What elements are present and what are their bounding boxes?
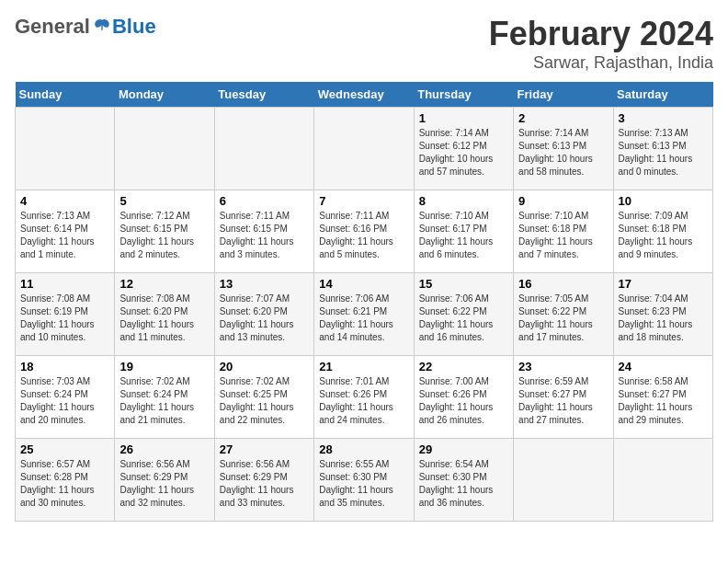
- day-number: 27: [220, 442, 309, 456]
- day-header-tuesday: Tuesday: [214, 82, 313, 108]
- calendar-cell: 27Sunrise: 6:56 AM Sunset: 6:29 PM Dayli…: [214, 439, 313, 522]
- calendar-cell: 28Sunrise: 6:55 AM Sunset: 6:30 PM Dayli…: [314, 439, 414, 522]
- calendar-cell: 5Sunrise: 7:12 AM Sunset: 6:15 PM Daylig…: [115, 190, 214, 273]
- calendar-cell: 29Sunrise: 6:54 AM Sunset: 6:30 PM Dayli…: [414, 439, 513, 522]
- calendar-cell: 25Sunrise: 6:57 AM Sunset: 6:28 PM Dayli…: [16, 439, 115, 522]
- day-info: Sunrise: 7:02 AM Sunset: 6:24 PM Dayligh…: [119, 375, 209, 427]
- day-number: 19: [119, 360, 209, 373]
- day-info: Sunrise: 7:04 AM Sunset: 6:23 PM Dayligh…: [619, 293, 708, 344]
- day-info: Sunrise: 7:06 AM Sunset: 6:21 PM Dayligh…: [319, 293, 408, 344]
- day-number: 6: [220, 194, 309, 208]
- calendar-cell: 16Sunrise: 7:05 AM Sunset: 6:22 PM Dayli…: [514, 273, 613, 356]
- calendar-cell: 18Sunrise: 7:03 AM Sunset: 6:24 PM Dayli…: [16, 356, 115, 439]
- day-info: Sunrise: 7:11 AM Sunset: 6:15 PM Dayligh…: [220, 210, 309, 261]
- calendar-cell: [115, 108, 214, 190]
- calendar-cell: 15Sunrise: 7:06 AM Sunset: 6:22 PM Dayli…: [414, 273, 513, 356]
- day-info: Sunrise: 6:54 AM Sunset: 6:30 PM Dayligh…: [419, 458, 508, 510]
- calendar-cell: 19Sunrise: 7:02 AM Sunset: 6:24 PM Dayli…: [115, 356, 214, 439]
- day-info: Sunrise: 6:55 AM Sunset: 6:30 PM Dayligh…: [319, 458, 408, 510]
- day-header-wednesday: Wednesday: [314, 82, 414, 108]
- day-info: Sunrise: 7:02 AM Sunset: 6:25 PM Dayligh…: [220, 375, 309, 427]
- day-number: 2: [518, 111, 608, 125]
- day-number: 22: [419, 360, 508, 373]
- calendar-table: SundayMondayTuesdayWednesdayThursdayFrid…: [15, 82, 713, 522]
- day-number: 9: [518, 194, 608, 208]
- day-info: Sunrise: 7:14 AM Sunset: 6:12 PM Dayligh…: [419, 127, 508, 178]
- calendar-cell: 24Sunrise: 6:58 AM Sunset: 6:27 PM Dayli…: [613, 356, 712, 439]
- calendar-cell: 7Sunrise: 7:11 AM Sunset: 6:16 PM Daylig…: [314, 190, 414, 273]
- calendar-cell: 14Sunrise: 7:06 AM Sunset: 6:21 PM Dayli…: [314, 273, 414, 356]
- day-info: Sunrise: 6:57 AM Sunset: 6:28 PM Dayligh…: [20, 458, 109, 510]
- calendar-cell: 20Sunrise: 7:02 AM Sunset: 6:25 PM Dayli…: [214, 356, 313, 439]
- week-row-4: 18Sunrise: 7:03 AM Sunset: 6:24 PM Dayli…: [16, 356, 713, 439]
- calendar-cell: 21Sunrise: 7:01 AM Sunset: 6:26 PM Dayli…: [314, 356, 414, 439]
- calendar-cell: 2Sunrise: 7:14 AM Sunset: 6:13 PM Daylig…: [514, 108, 613, 190]
- day-info: Sunrise: 6:56 AM Sunset: 6:29 PM Dayligh…: [119, 458, 209, 510]
- day-info: Sunrise: 7:00 AM Sunset: 6:26 PM Dayligh…: [419, 375, 508, 427]
- logo: General Blue: [15, 15, 156, 39]
- page-header: General Blue February 2024 Sarwar, Rajas…: [15, 15, 713, 73]
- calendar-cell: 17Sunrise: 7:04 AM Sunset: 6:23 PM Dayli…: [613, 273, 712, 356]
- subtitle: Sarwar, Rajasthan, India: [489, 53, 713, 73]
- calendar-cell: 8Sunrise: 7:10 AM Sunset: 6:17 PM Daylig…: [414, 190, 513, 273]
- day-number: 8: [419, 194, 508, 208]
- calendar-cell: 26Sunrise: 6:56 AM Sunset: 6:29 PM Dayli…: [115, 439, 214, 522]
- day-info: Sunrise: 6:56 AM Sunset: 6:29 PM Dayligh…: [220, 458, 309, 510]
- day-header-monday: Monday: [115, 82, 214, 108]
- day-number: 13: [220, 277, 309, 291]
- day-number: 18: [20, 360, 109, 373]
- day-number: 10: [619, 194, 708, 208]
- day-info: Sunrise: 7:08 AM Sunset: 6:20 PM Dayligh…: [119, 293, 209, 344]
- day-header-friday: Friday: [514, 82, 613, 108]
- day-info: Sunrise: 7:11 AM Sunset: 6:16 PM Dayligh…: [319, 210, 408, 261]
- day-info: Sunrise: 7:01 AM Sunset: 6:26 PM Dayligh…: [319, 375, 408, 427]
- day-info: Sunrise: 6:59 AM Sunset: 6:27 PM Dayligh…: [518, 375, 608, 427]
- day-number: 4: [20, 194, 109, 208]
- day-info: Sunrise: 6:58 AM Sunset: 6:27 PM Dayligh…: [619, 375, 708, 427]
- calendar-cell: 6Sunrise: 7:11 AM Sunset: 6:15 PM Daylig…: [214, 190, 313, 273]
- day-info: Sunrise: 7:13 AM Sunset: 6:14 PM Dayligh…: [20, 210, 109, 261]
- day-number: 7: [319, 194, 408, 208]
- calendar-cell: 23Sunrise: 6:59 AM Sunset: 6:27 PM Dayli…: [514, 356, 613, 439]
- day-number: 11: [20, 277, 109, 291]
- logo-general: General: [15, 15, 90, 39]
- calendar-header: SundayMondayTuesdayWednesdayThursdayFrid…: [16, 82, 713, 108]
- calendar-body: 1Sunrise: 7:14 AM Sunset: 6:12 PM Daylig…: [16, 108, 713, 522]
- day-number: 5: [119, 194, 209, 208]
- title-section: February 2024 Sarwar, Rajasthan, India: [489, 15, 713, 73]
- week-row-2: 4Sunrise: 7:13 AM Sunset: 6:14 PM Daylig…: [16, 190, 713, 273]
- main-title: February 2024: [489, 15, 713, 53]
- day-header-thursday: Thursday: [414, 82, 513, 108]
- week-row-5: 25Sunrise: 6:57 AM Sunset: 6:28 PM Dayli…: [16, 439, 713, 522]
- calendar-cell: 12Sunrise: 7:08 AM Sunset: 6:20 PM Dayli…: [115, 273, 214, 356]
- day-info: Sunrise: 7:03 AM Sunset: 6:24 PM Dayligh…: [20, 375, 109, 427]
- calendar-cell: [214, 108, 313, 190]
- day-number: 1: [419, 111, 508, 125]
- day-info: Sunrise: 7:05 AM Sunset: 6:22 PM Dayligh…: [518, 293, 608, 344]
- day-number: 21: [319, 360, 408, 373]
- calendar-cell: [314, 108, 414, 190]
- day-info: Sunrise: 7:10 AM Sunset: 6:17 PM Dayligh…: [419, 210, 508, 261]
- day-header-sunday: Sunday: [16, 82, 115, 108]
- day-number: 28: [319, 442, 408, 456]
- day-number: 15: [419, 277, 508, 291]
- calendar-cell: 22Sunrise: 7:00 AM Sunset: 6:26 PM Dayli…: [414, 356, 513, 439]
- day-number: 26: [119, 442, 209, 456]
- day-info: Sunrise: 7:12 AM Sunset: 6:15 PM Dayligh…: [119, 210, 209, 261]
- day-number: 29: [419, 442, 508, 456]
- calendar-cell: 1Sunrise: 7:14 AM Sunset: 6:12 PM Daylig…: [414, 108, 513, 190]
- logo-blue: Blue: [112, 15, 156, 39]
- calendar-cell: [514, 439, 613, 522]
- calendar-cell: [613, 439, 712, 522]
- day-number: 14: [319, 277, 408, 291]
- day-header-saturday: Saturday: [613, 82, 712, 108]
- calendar-cell: 9Sunrise: 7:10 AM Sunset: 6:18 PM Daylig…: [514, 190, 613, 273]
- day-number: 12: [119, 277, 209, 291]
- calendar-cell: 4Sunrise: 7:13 AM Sunset: 6:14 PM Daylig…: [16, 190, 115, 273]
- day-info: Sunrise: 7:07 AM Sunset: 6:20 PM Dayligh…: [220, 293, 309, 344]
- day-info: Sunrise: 7:09 AM Sunset: 6:18 PM Dayligh…: [619, 210, 708, 261]
- calendar-cell: 3Sunrise: 7:13 AM Sunset: 6:13 PM Daylig…: [613, 108, 712, 190]
- week-row-3: 11Sunrise: 7:08 AM Sunset: 6:19 PM Dayli…: [16, 273, 713, 356]
- day-number: 20: [220, 360, 309, 373]
- calendar-cell: [16, 108, 115, 190]
